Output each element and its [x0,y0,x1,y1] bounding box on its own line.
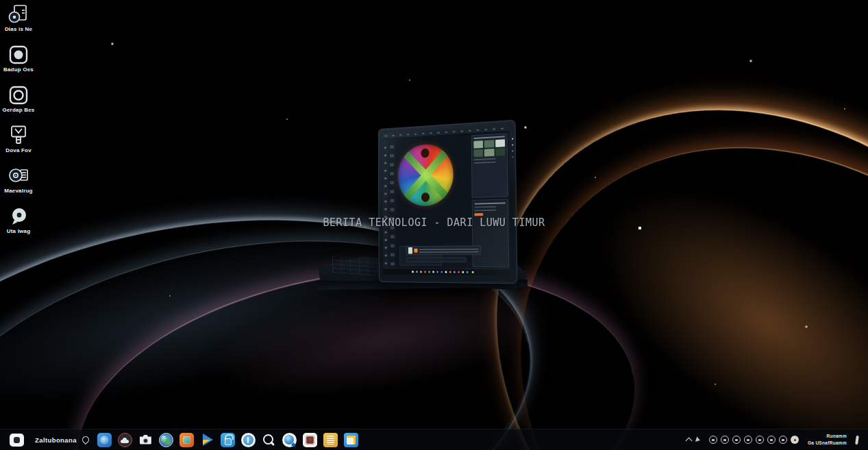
desktop-icon-label: Uta lwag [7,228,31,234]
taskbar-clock[interactable]: Runamm Ga USnafRuamm [808,433,847,447]
desktop-icon-dias[interactable]: Dias is Ne [0,4,37,32]
editor-tool-rail [388,138,397,268]
desktop-icon-dova[interactable]: Dova Fov [0,125,37,153]
wallpaper-streak [417,38,868,450]
taskbar-app-play-arrow-icon[interactable] [200,433,214,447]
taskbar-app-photo-frame-icon[interactable] [303,433,317,447]
monitor-stand-icon [8,125,29,146]
taskbar-app-orange-box-icon[interactable] [179,433,194,447]
wallpaper-streak [55,232,656,450]
taskbar-app-photos-icon[interactable] [344,433,358,447]
app-window-circle-icon [8,45,29,65]
editor-left-toolbar [382,139,388,268]
taskbar-app-cloud-drive-icon[interactable] [118,433,132,447]
taskbar-app-magnifier-icon[interactable] [262,433,276,447]
editor-os-taskbar [383,268,510,275]
desktop-icon-label: Maevalrug [4,188,32,194]
taskbar-app-blue-bag-icon[interactable] [221,433,235,447]
desktop-icon-column: Dias is Ne Badup Oes Gerdap Bes [0,4,37,247]
editor-thumbnails-panel [471,133,508,198]
laptop-display [382,125,510,275]
desktop-icon-label: Dias is Ne [5,26,32,32]
tray-circle-icon[interactable] [779,436,787,444]
editor-os-taskbar-icons [445,271,447,273]
location-pin-icon[interactable] [82,435,89,445]
laptop-base [318,256,528,295]
taskbar-search[interactable]: Zaltubonana [35,436,77,444]
wallpaper-sparkles [0,0,1,1]
tray-circle-icon[interactable] [767,436,776,444]
disc-document-icon [8,166,29,186]
color-wheel-artwork [398,143,454,207]
desktop-icon-label: Badup Oes [3,66,34,73]
taskbar-app-camera-icon[interactable] [138,433,153,447]
tray-circle-icon[interactable] [709,436,717,444]
desktop-icon-label: Dova Fov [5,147,32,153]
taskbar-app-globe-icon[interactable] [159,433,173,447]
wallpaper-streak [0,169,560,450]
editor-orange-chip [474,213,483,216]
start-button[interactable] [10,434,24,447]
wallpaper-pink-glow [199,258,568,421]
editor-properties-panel [472,199,509,267]
laptop-shadow [326,278,522,299]
bezel-indicator-dots [512,138,513,140]
desktop-icon-uta[interactable]: Uta lwag [0,206,37,234]
tray-badge-icon[interactable] [791,436,799,444]
taskbar-app-gold-folder-icon[interactable] [323,433,338,447]
editor-sub-panel [399,246,442,266]
laptop-front-edge [318,279,528,290]
disc-drive-icon [8,4,29,25]
chevron-up-icon[interactable] [686,438,693,445]
tray-circle-icon[interactable] [756,436,764,444]
tray-circle-icon[interactable] [732,436,741,444]
chat-disc-icon [8,206,29,227]
tray-circle-icon[interactable] [744,436,752,444]
desktop-icon-badup[interactable]: Badup Oes [0,45,37,73]
taskbar-app-blue-window-icon[interactable] [97,433,112,447]
tray-circle-icon[interactable] [721,436,729,444]
taskbar: Zaltubonana [0,429,868,450]
desktop-wallpaper: Dias is Ne Badup Oes Gerdap Bes [0,0,868,450]
taskbar-app-info-ring-icon[interactable] [241,433,256,447]
pen-icon[interactable] [855,435,859,444]
editor-canvas [395,134,471,268]
editor-notification-bar [406,245,482,255]
clock-line-2: Ga USnafRuamm [808,440,847,447]
desktop-icon-label: Gerdap Bes [3,107,35,113]
wallpaper-orange-glow [555,135,868,450]
app-window-circle-icon [8,85,29,105]
laptop-screen [378,120,518,284]
wallpaper-caption: BERITA TEKNOLOGI - DARI LUWU TIMUR [323,216,545,229]
system-tray: Runamm Ga USnafRuamm [686,433,858,447]
wedge-icon[interactable] [695,436,701,442]
editor-notification-bar-2 [406,257,467,262]
laptop-bezel [378,120,518,284]
desktop-icon-maevalrug[interactable]: Maevalrug [0,166,37,194]
laptop-keyboard-deck [318,256,528,295]
laptop-render [321,115,528,307]
desktop-icon-gerdap[interactable]: Gerdap Bes [0,85,37,113]
wallpaper-blue-glow [0,196,440,442]
editor-menubar [382,125,508,139]
laptop-keys [332,256,508,284]
taskbar-app-row [97,433,358,447]
taskbar-app-blue-sphere-icon[interactable] [282,433,297,447]
clock-line-1: Runamm [808,433,847,440]
